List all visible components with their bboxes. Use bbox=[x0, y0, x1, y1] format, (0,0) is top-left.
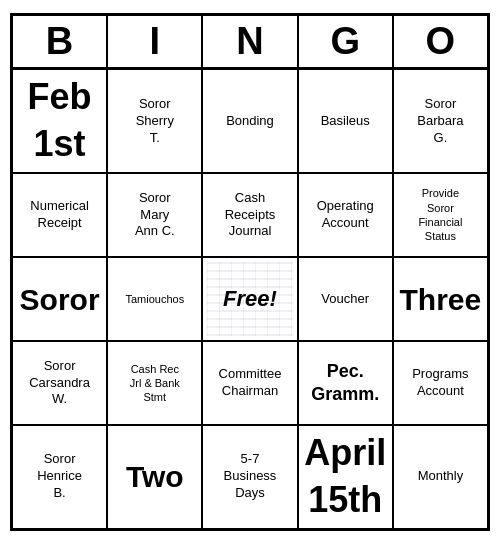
bingo-cell-r1-c0: Numerical Receipt bbox=[12, 173, 107, 257]
bingo-cell-r3-c1: Cash Rec Jrl & Bank Stmt bbox=[107, 341, 202, 425]
header-letter: N bbox=[202, 15, 297, 69]
cell-text: Soror Sherry T. bbox=[136, 96, 174, 147]
cell-text: Provide Soror Financial Status bbox=[418, 186, 462, 243]
bingo-cell-r0-c2: Bonding bbox=[202, 69, 297, 173]
bingo-cell-r2-c4: Three bbox=[393, 257, 488, 341]
cell-text: Operating Account bbox=[317, 198, 374, 232]
header-letter: I bbox=[107, 15, 202, 69]
bingo-header: BINGO bbox=[12, 15, 488, 69]
cell-text: Three bbox=[400, 280, 482, 319]
cell-text: Pec. Gramm. bbox=[311, 360, 379, 407]
bingo-cell-r4-c4: Monthly bbox=[393, 425, 488, 529]
bingo-cell-r1-c2: Cash Receipts Journal bbox=[202, 173, 297, 257]
cell-text: Monthly bbox=[418, 468, 464, 485]
bingo-cell-r0-c4: Soror Barbara G. bbox=[393, 69, 488, 173]
free-label: Free! bbox=[223, 286, 277, 312]
bingo-card: BINGO Feb 1stSoror Sherry T.BondingBasil… bbox=[10, 13, 490, 530]
header-letter: O bbox=[393, 15, 488, 69]
cell-text: Numerical Receipt bbox=[30, 198, 89, 232]
header-letter: B bbox=[12, 15, 107, 69]
cell-text: 5-7 Business Days bbox=[224, 451, 277, 502]
free-space: Free! bbox=[207, 262, 292, 336]
bingo-cell-r1-c3: Operating Account bbox=[298, 173, 393, 257]
bingo-cell-r1-c4: Provide Soror Financial Status bbox=[393, 173, 488, 257]
cell-text: Soror bbox=[20, 280, 100, 319]
cell-text: April 15th bbox=[304, 430, 386, 524]
bingo-cell-r2-c1: Tamiouchos bbox=[107, 257, 202, 341]
cell-text: Cash Rec Jrl & Bank Stmt bbox=[130, 362, 180, 405]
cell-text: Soror Mary Ann C. bbox=[135, 190, 175, 241]
bingo-cell-r0-c3: Basileus bbox=[298, 69, 393, 173]
cell-text: Voucher bbox=[321, 291, 369, 308]
cell-text: Basileus bbox=[321, 113, 370, 130]
bingo-cell-r1-c1: Soror Mary Ann C. bbox=[107, 173, 202, 257]
bingo-grid: Feb 1stSoror Sherry T.BondingBasileusSor… bbox=[12, 69, 488, 528]
cell-text: Soror Carsandra W. bbox=[29, 358, 90, 409]
bingo-cell-r3-c2: Committee Chairman bbox=[202, 341, 297, 425]
cell-text: Tamiouchos bbox=[125, 292, 184, 306]
cell-text: Committee Chairman bbox=[219, 366, 282, 400]
cell-text: Soror Henrice B. bbox=[37, 451, 82, 502]
cell-text: Feb 1st bbox=[28, 74, 92, 168]
bingo-cell-r4-c1: Two bbox=[107, 425, 202, 529]
bingo-cell-r3-c4: Programs Account bbox=[393, 341, 488, 425]
bingo-cell-r3-c3: Pec. Gramm. bbox=[298, 341, 393, 425]
bingo-cell-r4-c0: Soror Henrice B. bbox=[12, 425, 107, 529]
bingo-cell-r2-c2: Free! bbox=[202, 257, 297, 341]
header-letter: G bbox=[298, 15, 393, 69]
cell-text: Cash Receipts Journal bbox=[225, 190, 276, 241]
bingo-cell-r0-c0: Feb 1st bbox=[12, 69, 107, 173]
bingo-cell-r0-c1: Soror Sherry T. bbox=[107, 69, 202, 173]
cell-text: Programs Account bbox=[412, 366, 468, 400]
cell-text: Soror Barbara G. bbox=[417, 96, 463, 147]
cell-text: Bonding bbox=[226, 113, 274, 130]
bingo-cell-r4-c2: 5-7 Business Days bbox=[202, 425, 297, 529]
cell-text: Two bbox=[126, 457, 184, 496]
bingo-cell-r4-c3: April 15th bbox=[298, 425, 393, 529]
bingo-cell-r3-c0: Soror Carsandra W. bbox=[12, 341, 107, 425]
bingo-cell-r2-c3: Voucher bbox=[298, 257, 393, 341]
bingo-cell-r2-c0: Soror bbox=[12, 257, 107, 341]
